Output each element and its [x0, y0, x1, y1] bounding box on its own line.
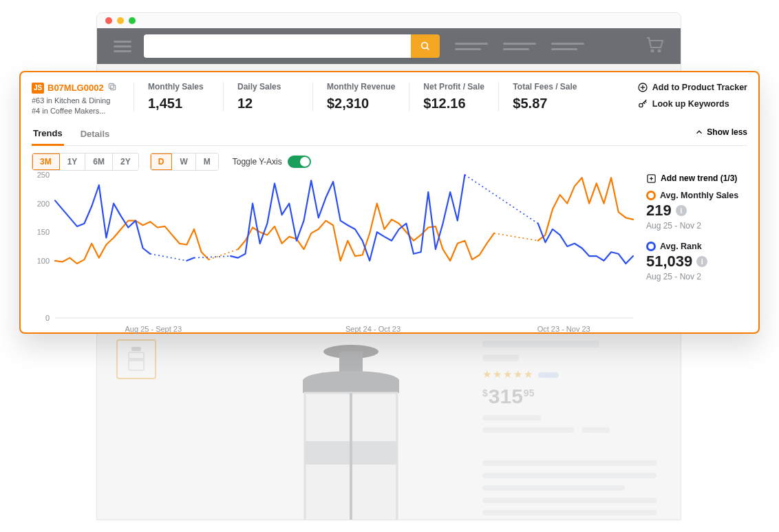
lookup-keywords-button[interactable]: Look up Keywords: [637, 98, 747, 109]
metric-daily-sales: Daily Sales 12: [223, 82, 312, 111]
svg-rect-10: [303, 381, 399, 393]
price-currency: $: [482, 387, 488, 398]
metric-net-profit: Net Profit / Sale $12.16: [409, 82, 498, 111]
rank-line-1: #63 in Kitchen & Dining: [32, 96, 128, 106]
metric-label: Net Profit / Sale: [423, 82, 484, 92]
metric-monthly-revenue: Monthly Revenue $2,310: [312, 82, 409, 111]
seg-3m[interactable]: 3M: [32, 153, 60, 170]
svg-rect-4: [131, 347, 141, 351]
svg-point-0: [422, 43, 428, 49]
stat-value: 51,039: [646, 253, 692, 270]
metric-value: 12: [237, 96, 299, 111]
action-label: Add to Product Tracker: [652, 83, 747, 92]
plus-circle-icon: [637, 82, 648, 93]
site-header: [97, 28, 681, 64]
menu-icon[interactable]: [114, 41, 131, 52]
svg-text:0: 0: [45, 314, 50, 322]
window-maximize-dot[interactable]: [129, 17, 136, 24]
metric-label: Monthly Sales: [148, 82, 209, 92]
seg-2y[interactable]: 2Y: [113, 153, 138, 170]
info-icon[interactable]: i: [696, 256, 707, 267]
metric-total-fees: Total Fees / Sale $5.87: [498, 82, 590, 111]
seg-d[interactable]: D: [151, 153, 173, 170]
search-button[interactable]: [411, 34, 440, 58]
seg-m[interactable]: M: [196, 153, 218, 170]
seg-6m[interactable]: 6M: [85, 153, 113, 170]
stat-title: Avg. Rank: [660, 242, 702, 251]
svg-text:Oct 23 - Nov 23: Oct 23 - Nov 23: [537, 325, 590, 333]
svg-text:150: 150: [37, 228, 50, 236]
stat-range: Aug 25 - Nov 2: [646, 221, 747, 231]
search-icon: [420, 41, 431, 52]
tabs-row: Trends Details Show less: [32, 124, 747, 146]
legend-dot-orange: [646, 191, 656, 200]
metric-value: $5.87: [513, 96, 577, 111]
seg-1y[interactable]: 1Y: [60, 153, 86, 170]
stat-avg-monthly-sales: Avg. Monthly Sales 219 i Aug 25 - Nov 2: [646, 191, 747, 231]
product-info-skeleton: ★★★★★ $ 315 95: [482, 341, 665, 520]
asin-block: JS B07MLG0002 #63 in Kitchen & Dining #4…: [32, 82, 134, 117]
svg-point-19: [639, 103, 642, 107]
window-minimize-dot[interactable]: [117, 17, 124, 24]
metric-monthly-sales: Monthly Sales 1,451: [134, 82, 223, 111]
metric-value: 1,451: [148, 96, 209, 111]
seg-w[interactable]: W: [172, 153, 195, 170]
asin-text[interactable]: B07MLG0002: [47, 83, 104, 93]
search-input[interactable]: [144, 34, 411, 58]
product-price: $ 315 95: [482, 386, 665, 407]
tab-details[interactable]: Details: [79, 125, 111, 145]
js-logo-icon: JS: [32, 83, 44, 94]
key-icon: [637, 98, 648, 109]
svg-rect-14: [110, 85, 115, 90]
svg-line-1: [427, 47, 429, 50]
price-fraction: 95: [524, 387, 535, 398]
metric-value: $12.16: [423, 96, 484, 111]
trends-chart[interactable]: 0100150200250Aug 25 - Sept 23Sept 24 - O…: [32, 172, 641, 340]
add-new-trend-button[interactable]: Add new trend (1/3): [646, 173, 747, 184]
price-whole: 315: [489, 386, 523, 407]
svg-text:250: 250: [37, 172, 50, 179]
metric-label: Daily Sales: [237, 82, 299, 92]
copy-icon[interactable]: [107, 82, 117, 94]
rating-stars: ★★★★★: [482, 368, 665, 381]
legend-dot-blue: [646, 242, 656, 251]
cart-icon[interactable]: [646, 37, 664, 55]
product-thumbnail[interactable]: [116, 339, 156, 379]
controls-row: 3M 1Y 6M 2Y D W M Toggle Y-Axis: [32, 153, 747, 171]
chart-side-panel: Add new trend (1/3) Avg. Monthly Sales 2…: [641, 172, 747, 340]
toggle-y-axis-switch[interactable]: [288, 156, 311, 168]
add-to-tracker-button[interactable]: Add to Product Tracker: [637, 82, 747, 93]
show-less-label: Show less: [707, 127, 747, 137]
svg-text:100: 100: [37, 257, 50, 265]
stat-title: Avg. Monthly Sales: [660, 191, 738, 200]
actions-column: Add to Product Tracker Look up Keywords: [637, 82, 747, 109]
header-link-placeholder: [455, 43, 488, 50]
svg-text:200: 200: [37, 199, 50, 207]
metric-label: Monthly Revenue: [327, 82, 395, 92]
time-range-segment: 3M 1Y 6M 2Y: [32, 153, 139, 171]
svg-point-3: [659, 50, 661, 52]
metrics-row: JS B07MLG0002 #63 in Kitchen & Dining #4…: [32, 82, 747, 117]
svg-point-2: [652, 50, 654, 52]
window-close-dot[interactable]: [105, 17, 112, 24]
chevron-up-icon: [694, 127, 704, 137]
info-icon[interactable]: i: [676, 205, 687, 216]
plus-square-icon: [646, 173, 657, 184]
action-label: Look up Keywords: [652, 99, 729, 109]
toggle-y-axis-label: Toggle Y-Axis: [233, 157, 282, 167]
add-trend-label: Add new trend (1/3): [661, 173, 737, 183]
stat-range: Aug 25 - Nov 2: [646, 272, 747, 281]
rank-line-2: #4 in Coffee Makers...: [32, 106, 128, 116]
stat-value: 219: [646, 202, 672, 220]
stat-avg-rank: Avg. Rank 51,039 i Aug 25 - Nov 2: [646, 242, 747, 281]
window-titlebar: [97, 13, 681, 28]
tab-trends[interactable]: Trends: [32, 124, 64, 146]
header-link-placeholder: [503, 43, 536, 50]
header-link-placeholder: [551, 43, 584, 50]
svg-rect-15: [109, 83, 114, 88]
svg-text:Aug 25 - Sept 23: Aug 25 - Sept 23: [125, 325, 182, 333]
svg-rect-6: [129, 358, 144, 361]
svg-text:Sept 24 - Oct 23: Sept 24 - Oct 23: [345, 325, 401, 333]
metric-value: $2,310: [327, 96, 395, 111]
show-less-button[interactable]: Show less: [694, 127, 747, 141]
